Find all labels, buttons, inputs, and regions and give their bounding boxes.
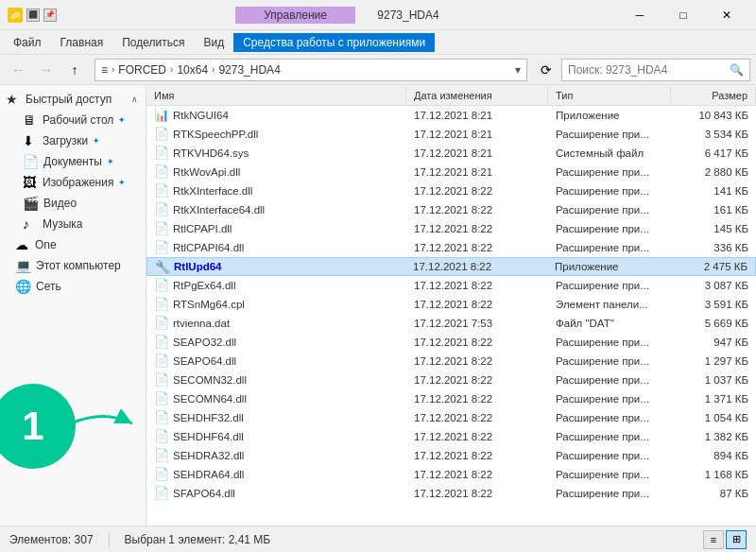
- minimize-button[interactable]: ─: [618, 0, 662, 30]
- sidebar-item-desktop[interactable]: 🖥 Рабочий стол ✦: [0, 110, 146, 130]
- file-name: 📄SECOMN64.dll: [146, 391, 406, 405]
- view-list-button[interactable]: ⊞: [726, 530, 747, 549]
- sidebar-item-images[interactable]: 🖼 Изображения ✦: [0, 172, 146, 193]
- file-name-text: SECOMN64.dll: [173, 393, 247, 405]
- cloud-icon: ☁: [15, 237, 30, 252]
- menu-app-tools[interactable]: Средства работы с приложениями: [233, 33, 435, 52]
- table-row[interactable]: 📄SEHDHF64.dll17.12.2021 8:22Расширение п…: [146, 427, 756, 446]
- table-row[interactable]: 📄RtkXInterface64.dll17.12.2021 8:22Расши…: [146, 200, 756, 219]
- star-icon: ★: [6, 92, 21, 107]
- file-date: 17.12.2021 8:22: [406, 374, 548, 386]
- address-bar[interactable]: ≡ › FORCED › 10x64 › 9273_HDA4 ▾: [94, 59, 527, 81]
- pin-icon: ✦: [118, 115, 126, 125]
- sidebar-item-documents[interactable]: 📄 Документы ✦: [0, 151, 146, 172]
- table-row[interactable]: 📄RtlCPAPI.dll17.12.2021 8:22Расширение п…: [146, 219, 756, 238]
- menu-view[interactable]: Вид: [194, 33, 233, 52]
- menu-share[interactable]: Поделиться: [112, 33, 194, 52]
- col-header-type[interactable]: Тип: [548, 87, 671, 104]
- file-name: 📄RtlCPAPI.dll: [146, 221, 406, 235]
- table-row[interactable]: 📄SEHDHF32.dll17.12.2021 8:22Расширение п…: [146, 408, 756, 427]
- annotation-circle: 1: [0, 384, 76, 469]
- file-size: 3 087 КБ: [671, 280, 756, 291]
- refresh-button[interactable]: ⟳: [535, 59, 558, 81]
- up-button[interactable]: ↑: [62, 59, 87, 81]
- file-size: 10 843 КБ: [671, 110, 756, 121]
- file-name-text: RtkXInterface64.dll: [173, 204, 265, 216]
- file-type: Расширение при...: [548, 223, 671, 234]
- file-size: 947 КБ: [671, 336, 756, 348]
- menu-home[interactable]: Главная: [51, 33, 113, 52]
- table-row[interactable]: 📄RTSnMg64.cpl17.12.2021 8:22Элемент пане…: [146, 295, 756, 314]
- path-dropdown-arrow[interactable]: ▾: [515, 63, 521, 77]
- search-bar[interactable]: 🔍: [561, 59, 750, 81]
- file-name-text: RtkWovApi.dll: [173, 166, 240, 178]
- maximize-button[interactable]: □: [662, 0, 705, 30]
- table-row[interactable]: 📄SECOMN64.dll17.12.2021 8:22Расширение п…: [146, 389, 756, 408]
- path-forced[interactable]: FORCED: [118, 63, 166, 77]
- file-type-icon: 📄: [154, 127, 169, 141]
- file-name-text: rtvienna.dat: [173, 318, 230, 329]
- sidebar-item-quick-access[interactable]: ★ Быстрый доступ ∧: [0, 89, 146, 110]
- search-input[interactable]: [568, 63, 726, 77]
- sidebar-item-video[interactable]: 🎬 Видео: [0, 193, 146, 214]
- file-type: Расширение при...: [548, 393, 671, 405]
- file-type-icon: 🔧: [155, 260, 170, 274]
- table-row[interactable]: 📄RtkWovApi.dll17.12.2021 8:21Расширение …: [146, 163, 756, 181]
- table-row[interactable]: 📄SEAPO64.dll17.12.2021 8:22Расширение пр…: [146, 352, 756, 371]
- view-details-button[interactable]: ≡: [703, 530, 724, 549]
- file-name-text: RTSnMg64.cpl: [173, 299, 245, 310]
- table-row[interactable]: 📄RtlCPAPI64.dll17.12.2021 8:22Расширение…: [146, 238, 756, 257]
- file-size: 1 371 КБ: [671, 393, 756, 405]
- network-icon: 🌐: [15, 279, 31, 294]
- file-type-icon: 📄: [154, 278, 169, 292]
- file-type: Расширение при...: [548, 412, 671, 423]
- table-row[interactable]: 🔧RtlUpd6417.12.2021 8:22Приложение2 475 …: [146, 257, 756, 276]
- back-button[interactable]: ←: [6, 59, 30, 81]
- file-type: Расширение при...: [548, 204, 671, 216]
- file-date: 17.12.2021 8:22: [406, 412, 548, 423]
- annotation-number: 1: [22, 404, 43, 449]
- col-header-name[interactable]: Имя: [146, 87, 406, 104]
- table-row[interactable]: 📄RTKSpeechPP.dll17.12.2021 8:21Расширени…: [146, 125, 756, 144]
- sidebar-item-onedrive[interactable]: ☁ One: [0, 234, 146, 255]
- window-title: 9273_HDA4: [377, 9, 438, 22]
- file-date: 17.12.2021 8:22: [406, 336, 548, 348]
- sidebar-item-this-pc[interactable]: 💻 Этот компьютер: [0, 255, 146, 276]
- path-root: ≡: [101, 63, 108, 77]
- table-row[interactable]: 📄RtPgEx64.dll17.12.2021 8:22Расширение п…: [146, 276, 756, 295]
- file-type: Расширение при...: [548, 129, 671, 140]
- table-row[interactable]: 📄SEHDRA32.dll17.12.2021 8:22Расширение п…: [146, 446, 756, 465]
- file-type-icon: 📄: [154, 391, 169, 405]
- close-button[interactable]: ✕: [705, 0, 748, 30]
- pin-icon-2: ✦: [93, 136, 100, 146]
- sidebar: ★ Быстрый доступ ∧ 🖥 Рабочий стол ✦ ⬇ За…: [0, 85, 146, 526]
- table-row[interactable]: 📄SEAPO32.dll17.12.2021 8:22Расширение пр…: [146, 333, 756, 352]
- table-row[interactable]: 📄RTKVHD64.sys17.12.2021 8:21Системный фа…: [146, 144, 756, 163]
- file-size: 2 880 КБ: [671, 166, 756, 178]
- table-row[interactable]: 📄SECOMN32.dll17.12.2021 8:22Расширение п…: [146, 371, 756, 389]
- table-row[interactable]: 📄rtvienna.dat17.12.2021 7:53Файл "DAT"5 …: [146, 314, 756, 333]
- menu-file[interactable]: Файл: [4, 33, 51, 52]
- table-row[interactable]: 📄SFAPO64.dll17.12.2021 8:22Расширение пр…: [146, 484, 756, 503]
- table-row[interactable]: 📄RtkXInterface.dll17.12.2021 8:22Расшире…: [146, 181, 756, 200]
- table-row[interactable]: 📊RtkNGUI6417.12.2021 8:21Приложение10 84…: [146, 106, 756, 125]
- pin-btn[interactable]: 📌: [43, 9, 57, 22]
- file-type: Расширение при...: [548, 336, 671, 348]
- file-type-icon: 📄: [154, 429, 169, 443]
- status-bar: Элементов: 307 Выбран 1 элемент: 2,41 МБ…: [0, 526, 756, 552]
- sidebar-item-music[interactable]: ♪ Музыка: [0, 214, 146, 234]
- path-current[interactable]: 9273_HDA4: [218, 63, 280, 77]
- table-row[interactable]: 📄SEHDRA64.dll17.12.2021 8:22Расширение п…: [146, 465, 756, 484]
- sidebar-item-downloads[interactable]: ⬇ Загрузки ✦: [0, 130, 146, 151]
- file-date: 17.12.2021 8:22: [406, 393, 548, 405]
- col-header-date[interactable]: Дата изменения: [406, 87, 548, 104]
- path-10x64[interactable]: 10x64: [177, 63, 208, 77]
- quick-access-btn[interactable]: ⬛: [26, 9, 40, 22]
- sidebar-label-desktop: Рабочий стол: [43, 113, 113, 127]
- sidebar-item-network[interactable]: 🌐 Сеть: [0, 276, 146, 297]
- forward-button[interactable]: →: [34, 59, 59, 81]
- menu-bar: Файл Главная Поделиться Вид Средства раб…: [0, 30, 756, 55]
- ribbon-tab-manage[interactable]: Управление: [235, 7, 355, 24]
- file-name-text: RtlCPAPI.dll: [173, 223, 232, 234]
- col-header-size[interactable]: Размер: [671, 87, 756, 104]
